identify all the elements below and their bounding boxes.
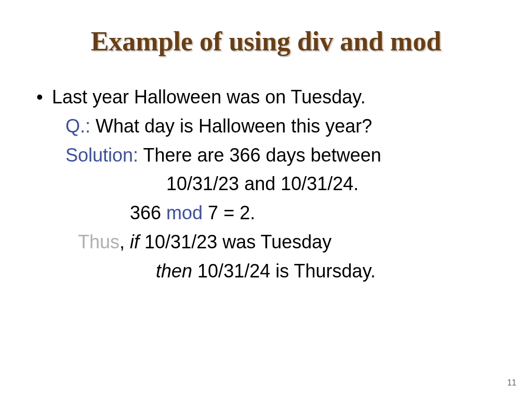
mod-right: 7 = 2. (203, 202, 255, 223)
slide: Example of using div and mod • Last year… (0, 0, 532, 399)
thus-text: 10/31/23 was Tuesday (144, 231, 331, 252)
mod-keyword: mod (166, 202, 203, 223)
question-label: Q.: (65, 115, 90, 137)
solution-label: Solution: (65, 144, 138, 166)
then-text: 10/31/24 is Thursday. (192, 260, 376, 282)
question-line: Q.: What day is Halloween this year? (65, 112, 506, 141)
thus-word: Thus (78, 231, 119, 252)
bullet-text: Last year Halloween was on Tuesday. (52, 83, 366, 112)
thus-line: Thus, if 10/31/23 was Tuesday (78, 228, 506, 257)
page-number: 11 (507, 378, 516, 388)
if-word: if (130, 231, 144, 252)
slide-title: Example of using div and mod (26, 26, 506, 57)
slide-body: • Last year Halloween was on Tuesday. Q.… (26, 83, 506, 286)
mod-line: 366 mod 7 = 2. (130, 198, 506, 228)
solution-text-1: There are 366 days between (138, 144, 381, 166)
bullet-dot: • (36, 83, 52, 112)
then-word: then (156, 260, 192, 282)
solution-line-1: Solution: There are 366 days between (65, 141, 506, 170)
thus-comma: , (119, 231, 130, 252)
solution-dates-line: 10/31/23 and 10/31/24. (166, 169, 506, 198)
mod-left: 366 (130, 202, 166, 223)
then-line: then 10/31/24 is Thursday. (156, 257, 506, 286)
bullet-line: • Last year Halloween was on Tuesday. (36, 83, 506, 112)
question-text: What day is Halloween this year? (90, 115, 372, 137)
